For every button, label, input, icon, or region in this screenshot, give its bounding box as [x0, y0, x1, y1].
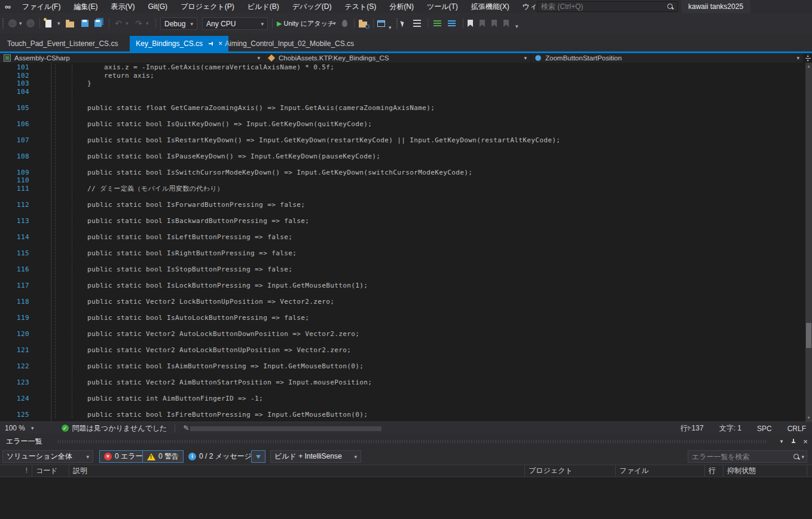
scope-value: ソリューション全体 [7, 451, 72, 462]
debug-target-dropdown[interactable]: ▾ [333, 17, 336, 29]
error-list-search-box[interactable]: ▾ [688, 450, 807, 463]
column-header-1[interactable]: 説明 [69, 465, 525, 477]
redo-dropdown[interactable]: ▾ [146, 17, 149, 29]
new-file-button[interactable] [45, 17, 51, 29]
source-filter-dropdown[interactable]: ビルド + IntelliSense▾ [270, 450, 361, 463]
menu-item-8[interactable]: 分析(N) [383, 0, 420, 13]
clear-bookmarks-button[interactable] [503, 17, 509, 29]
decrease-indent-button[interactable] [434, 17, 441, 29]
code-text: public static bool IsPauseKeyDown() => I… [51, 152, 380, 161]
zoom-level-dropdown[interactable]: 100 % ▾ [0, 422, 37, 435]
scroll-down-arrow[interactable]: ▼ [805, 414, 812, 422]
document-tab-1[interactable]: Key_Bindings_CS.cs× [130, 36, 228, 51]
project-dropdown[interactable]: Assembly-CSharp ▾ [0, 53, 264, 63]
scope-filter-dropdown[interactable]: ソリューション全体▾ [2, 450, 93, 463]
line-number: 125 [0, 411, 51, 419]
severity-column-icon[interactable]: ! [22, 465, 32, 477]
save-button[interactable] [81, 17, 88, 29]
start-debug-button[interactable]: ▶ Unity にアタッチ [277, 17, 334, 29]
toolbar-overflow-dropdown[interactable]: ▾ [515, 20, 518, 32]
menu-item-9[interactable]: ツール(T) [420, 0, 465, 13]
save-all-button[interactable] [94, 17, 102, 29]
line-number [0, 112, 51, 120]
code-line-115: 115 public static bool IsRightButtonPres… [0, 249, 805, 258]
redo-button[interactable]: ↷ [135, 17, 142, 29]
toolbar-separator [155, 19, 156, 28]
column-header-0[interactable]: コード [32, 465, 69, 477]
navigate-forward-button[interactable]: → [26, 17, 35, 29]
panel-drag-grip[interactable] [57, 440, 768, 443]
menu-item-4[interactable]: プロジェクト(P) [174, 0, 241, 13]
solution-explorer-button[interactable] [377, 17, 385, 29]
toolbar-grip[interactable] [2, 18, 4, 29]
solution-explorer-dropdown[interactable]: ▾ [389, 22, 392, 33]
menu-item-10[interactable]: 拡張機能(X) [465, 0, 516, 13]
new-file-dropdown[interactable]: ▾ [57, 17, 60, 29]
select-container-button[interactable] [401, 17, 404, 29]
window-position-dropdown[interactable]: ▾ [776, 436, 787, 447]
menu-item-6[interactable]: デバッグ(D) [286, 0, 338, 13]
scroll-up-arrow[interactable]: ▲ [805, 63, 812, 70]
warnings-filter-toggle[interactable]: 0 警告 [142, 450, 184, 463]
quick-search-box[interactable] [537, 1, 678, 12]
hscroll-left-arrow[interactable]: ◀ [184, 425, 188, 431]
line-indicator: 行: 137 [680, 423, 704, 433]
document-tab-0[interactable]: Touch_Pad_Event_Listener_CS.cs [1, 36, 124, 51]
previous-bookmark-button[interactable] [480, 17, 485, 29]
close-panel-button[interactable]: × [800, 436, 811, 447]
open-file-button[interactable] [66, 17, 74, 29]
menu-item-7[interactable]: テスト(S) [338, 0, 383, 13]
code-text [51, 96, 54, 104]
line-number: 115 [0, 249, 51, 258]
menu-bar: ∞ ファイル(F)編集(E)表示(V)Git(G)プロジェクト(P)ビルド(B)… [0, 0, 812, 13]
search-options-dropdown[interactable]: ▾ [801, 454, 804, 460]
undo-dropdown[interactable]: ▾ [126, 17, 129, 29]
menu-item-5[interactable]: ビルド(B) [241, 0, 286, 13]
next-bookmark-button[interactable] [492, 17, 497, 29]
code-line-121: 121 public static Vector2 AutoLockButton… [0, 346, 805, 355]
menu-item-2[interactable]: 表示(V) [104, 0, 141, 13]
document-outline-button[interactable] [413, 17, 421, 29]
comment-lines-button[interactable] [448, 17, 456, 29]
menu-item-0[interactable]: ファイル(F) [16, 0, 67, 13]
code-line-104: 104 [0, 88, 805, 96]
split-editor-button[interactable]: ▴▾ [804, 53, 812, 63]
column-header-3[interactable]: ファイル [616, 465, 705, 477]
filters-button[interactable] [251, 450, 265, 463]
code-line-spacer [0, 193, 805, 201]
navigate-back-dropdown[interactable]: ▾ [19, 17, 22, 29]
code-health-indicator[interactable]: ✓ 問題は見つかりませんでした [59, 422, 170, 435]
messages-filter-toggle[interactable]: i0 / 2 メッセージ [184, 450, 256, 463]
column-header-5[interactable]: 抑制状態 [724, 465, 807, 477]
code-text: public static Vector2 AimButtonStartPosi… [51, 378, 372, 387]
configuration-value: Debug [164, 20, 185, 28]
code-line-spacer [0, 209, 805, 217]
solution-configuration-dropdown[interactable]: Debug▾ [160, 17, 197, 30]
row-select-column-header[interactable] [0, 465, 22, 477]
pin-panel-button[interactable] [788, 436, 799, 447]
hot-reload-button[interactable] [342, 17, 347, 29]
horizontal-scrollbar-thumb[interactable] [190, 426, 381, 431]
menu-item-3[interactable]: Git(G) [141, 0, 174, 13]
member-dropdown[interactable]: ZoomButtonStartPosition ▾ [531, 53, 804, 63]
column-header-4[interactable]: 行 [705, 465, 724, 477]
errors-filter-toggle[interactable]: ×0 エラー [99, 450, 148, 463]
vertical-scrollbar-thumb[interactable] [806, 323, 811, 348]
tab-pin-icon[interactable] [209, 41, 213, 46]
find-in-files-button[interactable] [359, 17, 367, 29]
toolbar-grip[interactable] [396, 18, 398, 29]
column-header-2[interactable]: プロジェクト [525, 465, 616, 477]
navigate-back-button[interactable]: ← [8, 17, 17, 29]
document-tab-2[interactable]: Aiming_Control_Input_02_Mobile_CS.cs [219, 36, 360, 51]
toggle-bookmark-button[interactable] [468, 17, 473, 29]
code-line-spacer [0, 144, 805, 152]
source-value: ビルド + IntelliSense [274, 451, 342, 462]
error-search-input[interactable] [688, 453, 793, 461]
code-editor[interactable]: 101 axis.z = -Input.GetAxis(cameraVertic… [0, 63, 812, 422]
search-input[interactable] [538, 2, 667, 11]
undo-button[interactable]: ↶ [115, 17, 122, 29]
vertical-scrollbar[interactable]: ▲ ▼ [805, 63, 812, 422]
type-dropdown[interactable]: ChobiAssets.KTP.Key_Bindings_CS ▾ [264, 53, 531, 63]
solution-platform-dropdown[interactable]: Any CPU▾ [202, 17, 268, 30]
menu-item-1[interactable]: 編集(E) [67, 0, 104, 13]
